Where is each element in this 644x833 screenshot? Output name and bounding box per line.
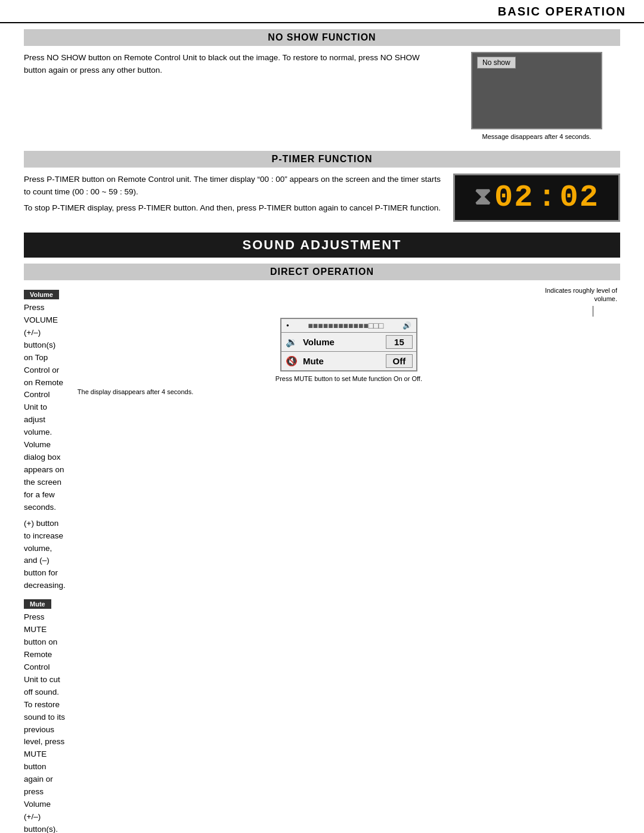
vol-display-top-bar: ● ■■■■■■■■■■■■□□□ 🔊 xyxy=(281,319,416,333)
sound-adjustment-header: SOUND ADJUSTMENT xyxy=(24,233,620,258)
ptimer-body1: Press P-TIMER button on Remote Control u… xyxy=(24,174,441,199)
volume-body1: Press VOLUME (+/–) button(s) on Top Cont… xyxy=(24,302,66,514)
no-show-label: No show xyxy=(477,57,516,69)
ptimer-hourglass-icon: ⧗ xyxy=(474,184,491,212)
ptimer-section-header: P-TIMER FUNCTION xyxy=(24,151,620,168)
vol-label: Volume xyxy=(303,337,386,347)
volume-body2: (+) button to increase volume, and (–) b… xyxy=(24,518,66,593)
no-show-text-col: Press NO SHOW button on Remote Control U… xyxy=(24,52,441,140)
no-show-section: Press NO SHOW button on Remote Control U… xyxy=(24,52,620,140)
mute-badge: Mute xyxy=(24,599,51,609)
volume-indicator-arrow xyxy=(593,306,593,317)
no-show-body: Press NO SHOW button on Remote Control U… xyxy=(24,52,441,77)
ptimer-display: ⧗ 02 : 02 xyxy=(453,174,620,222)
no-show-display-col: No show Message disappears after 4 secon… xyxy=(453,52,620,140)
vol-icon: 🔉 xyxy=(285,336,298,348)
mute-body: Press MUTE button on Remote Control Unit… xyxy=(24,611,66,833)
display-disappears-caption: The display disappears after 4 seconds. xyxy=(78,388,193,395)
direct-op-display-col: Indicates roughly level ofvolume. ● ■■■■… xyxy=(78,286,620,833)
vol-slider-track: ■■■■■■■■■■■■□□□ xyxy=(289,321,402,330)
direct-operation-section: Volume Press VOLUME (+/–) button(s) on T… xyxy=(24,286,620,833)
direct-op-text-col: Volume Press VOLUME (+/–) button(s) on T… xyxy=(24,286,66,833)
vol-speaker-icon: 🔊 xyxy=(402,321,411,330)
mute-row: 🔇 Mute Off xyxy=(281,352,416,370)
ptimer-text-col: Press P-TIMER button on Remote Control u… xyxy=(24,174,441,222)
direct-operation-header: DIRECT OPERATION xyxy=(24,264,620,280)
ptimer-time-left: 02 xyxy=(494,180,534,215)
vol-mute-display: ● ■■■■■■■■■■■■□□□ 🔊 🔉 Volume 15 🔇 Mute O… xyxy=(280,318,417,371)
no-show-screen: No show xyxy=(471,52,602,129)
mute-caption: Press MUTE button to set Mute function O… xyxy=(275,374,422,383)
mute-label: Mute xyxy=(303,356,386,366)
volume-indicator-text: Indicates roughly level ofvolume. xyxy=(78,286,620,304)
ptimer-body2: To stop P-TIMER display, press P-TIMER b… xyxy=(24,202,441,215)
ptimer-section: Press P-TIMER button on Remote Control u… xyxy=(24,174,620,222)
no-show-caption: Message disappears after 4 seconds. xyxy=(482,133,592,140)
no-show-section-header: NO SHOW FUNCTION xyxy=(24,29,620,46)
ptimer-display-col: ⧗ 02 : 02 xyxy=(453,174,620,222)
page-header: BASIC OPERATION xyxy=(0,0,644,23)
volume-row: 🔉 Volume 15 xyxy=(281,333,416,352)
vol-value: 15 xyxy=(386,335,413,349)
mute-value: Off xyxy=(386,354,413,368)
ptimer-time-right: 02 xyxy=(560,180,599,215)
mute-icon: 🔇 xyxy=(285,355,298,367)
ptimer-colon: : xyxy=(537,180,556,215)
volume-badge: Volume xyxy=(24,290,59,299)
page-title: BASIC OPERATION xyxy=(498,5,626,18)
